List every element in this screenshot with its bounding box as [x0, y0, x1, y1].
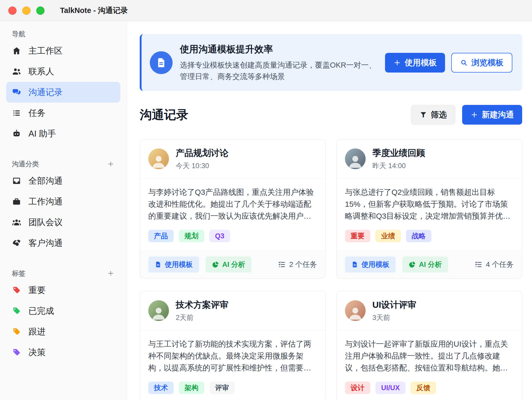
- conversation-time: 今天 10:30: [176, 161, 228, 170]
- handshake-icon: [12, 238, 21, 248]
- sidebar-tag-decision[interactable]: 决策: [6, 342, 120, 363]
- task-count: 2 个任务: [278, 260, 317, 269]
- tag-pill[interactable]: 战略: [406, 230, 431, 242]
- close-window-button[interactable]: [8, 6, 17, 15]
- cards-grid: 产品规划讨论 今天 10:30 与李婷讨论了Q3产品路线图，重点关注用户体验改进…: [140, 139, 522, 400]
- sidebar-item-team-meetings[interactable]: 团队会议: [6, 212, 120, 233]
- template-banner: 使用沟通模板提升效率 选择专业模板快速创建高质量沟通记录，覆盖OKR一对一、管理…: [140, 34, 522, 91]
- conversation-card[interactable]: 技术方案评审 2天前 与王工讨论了新功能的技术实现方案，评估了两种不同架构的优缺…: [140, 291, 326, 400]
- task-count-label: 4 个任务: [486, 260, 514, 269]
- briefcase-icon: [12, 197, 21, 206]
- sidebar-item-work-conversations[interactable]: 工作沟通: [6, 191, 120, 212]
- task-count: 4 个任务: [475, 260, 514, 269]
- use-template-chip[interactable]: 使用模板: [345, 256, 396, 273]
- ai-analyze-chip[interactable]: AI 分析: [402, 256, 448, 273]
- tag-icon: [12, 285, 21, 295]
- categories-section-label: 沟通分类: [0, 158, 127, 170]
- new-conversation-label: 新建沟通: [482, 109, 514, 120]
- sidebar-tag-followup[interactable]: 跟进: [6, 321, 120, 342]
- tag-row: 重要 业绩 战略: [345, 230, 514, 242]
- home-icon: [12, 46, 21, 55]
- conversation-card[interactable]: UI设计评审 3天前 与刘设计一起评审了新版应用的UI设计，重点关注用户体验和品…: [336, 291, 522, 400]
- sidebar-item-tasks[interactable]: 任务: [6, 103, 120, 123]
- conversation-summary: 与李婷讨论了Q3产品路线图，重点关注用户体验改进和性能优化。她提出了几个关于移动…: [148, 186, 317, 222]
- sidebar-item-ai-assistant[interactable]: AI 助手: [6, 123, 120, 144]
- use-template-chip-label: 使用模板: [165, 260, 193, 269]
- document-icon: [351, 261, 358, 268]
- tag-pill[interactable]: 设计: [345, 382, 370, 394]
- traffic-lights: [8, 6, 45, 15]
- pie-chart-icon: [409, 261, 416, 268]
- conversation-title: 季度业绩回顾: [372, 147, 425, 159]
- nav-section-label: 导航: [0, 27, 127, 40]
- inbox-icon: [12, 176, 21, 185]
- sidebar: 导航 主工作区 联系人 沟通记录 任务 AI 助手: [0, 21, 127, 400]
- tag-icon: [12, 327, 21, 336]
- sidebar-item-label: 沟通记录: [28, 87, 63, 98]
- sidebar-tag-important[interactable]: 重要: [6, 280, 120, 301]
- tag-pill[interactable]: 产品: [148, 230, 174, 242]
- sidebar-item-label: 任务: [28, 107, 46, 119]
- contacts-icon: [12, 67, 21, 76]
- zoom-window-button[interactable]: [36, 6, 45, 15]
- sidebar-item-label: 全部沟通: [28, 175, 63, 187]
- tag-pill[interactable]: 重要: [345, 230, 370, 242]
- sidebar-item-contacts[interactable]: 联系人: [6, 61, 120, 82]
- categories-section-title: 沟通分类: [12, 160, 39, 169]
- conversation-time: 昨天 14:00: [372, 161, 425, 170]
- tags-section-label: 标签: [0, 267, 127, 280]
- tag-pill[interactable]: 技术: [148, 382, 174, 394]
- conversation-card[interactable]: 产品规划讨论 今天 10:30 与李婷讨论了Q3产品路线图，重点关注用户体验改进…: [140, 139, 326, 278]
- plus-icon: [393, 59, 401, 67]
- conversation-summary: 与刘设计一起评审了新版应用的UI设计，重点关注用户体验和品牌一致性。提出了几点修…: [345, 338, 514, 374]
- app-window: TalkNote - 沟通记录 导航 主工作区 联系人 沟通记录 任务: [0, 0, 532, 400]
- browse-template-button[interactable]: 浏览模板: [451, 53, 512, 73]
- use-template-label: 使用模板: [405, 57, 437, 68]
- add-tag-button[interactable]: [106, 269, 115, 278]
- sidebar-item-all-conversations[interactable]: 全部沟通: [6, 170, 120, 191]
- tag-pill[interactable]: UI/UX: [375, 382, 405, 394]
- avatar: [345, 300, 366, 321]
- conversation-time: 3天前: [372, 313, 416, 322]
- nav-section-title: 导航: [12, 30, 25, 39]
- sidebar-item-client-conversations[interactable]: 客户沟通: [6, 233, 120, 253]
- tag-row: 技术 架构 评审: [148, 382, 317, 394]
- funnel-icon: [419, 111, 427, 119]
- conversation-card[interactable]: 季度业绩回顾 昨天 14:00 与张总进行了Q2业绩回顾，销售额超出目标15%，…: [336, 139, 522, 278]
- task-list-icon: [12, 108, 21, 118]
- document-icon: [154, 261, 162, 268]
- page-toolbar: 沟通记录 筛选 新建沟通: [140, 105, 522, 125]
- ai-analyze-chip-label: AI 分析: [222, 260, 245, 269]
- card-footer: 使用模板 AI 分析 4 个任务: [337, 251, 522, 278]
- main-content: 使用沟通模板提升效率 选择专业模板快速创建高质量沟通记录，覆盖OKR一对一、管理…: [127, 21, 532, 400]
- filter-button[interactable]: 筛选: [411, 105, 455, 125]
- tag-row: 产品 规划 Q3: [148, 230, 317, 242]
- sidebar-item-label: 工作沟通: [28, 196, 63, 208]
- sidebar-item-conversations[interactable]: 沟通记录: [6, 82, 120, 103]
- avatar: [148, 300, 169, 321]
- tag-pill[interactable]: 评审: [209, 382, 235, 394]
- use-template-button[interactable]: 使用模板: [385, 53, 445, 73]
- tag-icon: [12, 306, 21, 316]
- sidebar-tag-done[interactable]: 已完成: [6, 301, 120, 321]
- ai-analyze-chip[interactable]: AI 分析: [206, 256, 252, 273]
- tag-pill[interactable]: 规划: [179, 230, 204, 242]
- new-conversation-button[interactable]: 新建沟通: [462, 105, 522, 125]
- use-template-chip[interactable]: 使用模板: [148, 256, 199, 273]
- tag-pill[interactable]: 业绩: [375, 230, 401, 242]
- conversation-summary: 与王工讨论了新功能的技术实现方案，评估了两种不同架构的优缺点。最终决定采用微服务…: [148, 338, 317, 374]
- add-category-button[interactable]: [106, 160, 115, 168]
- sidebar-item-workspace[interactable]: 主工作区: [6, 40, 120, 61]
- task-count-label: 2 个任务: [289, 260, 317, 269]
- sidebar-item-label: 联系人: [28, 66, 54, 77]
- sidebar-item-label: 主工作区: [28, 45, 63, 57]
- tag-row: 设计 UI/UX 反馈: [345, 382, 514, 394]
- tag-pill[interactable]: 反馈: [411, 382, 436, 394]
- browse-template-label: 浏览模板: [471, 57, 504, 68]
- sidebar-item-label: 重要: [28, 284, 46, 296]
- checklist-icon: [278, 261, 286, 268]
- pie-chart-icon: [212, 261, 219, 268]
- tag-pill[interactable]: Q3: [209, 230, 230, 242]
- tag-pill[interactable]: 架构: [179, 382, 204, 394]
- minimize-window-button[interactable]: [22, 6, 31, 15]
